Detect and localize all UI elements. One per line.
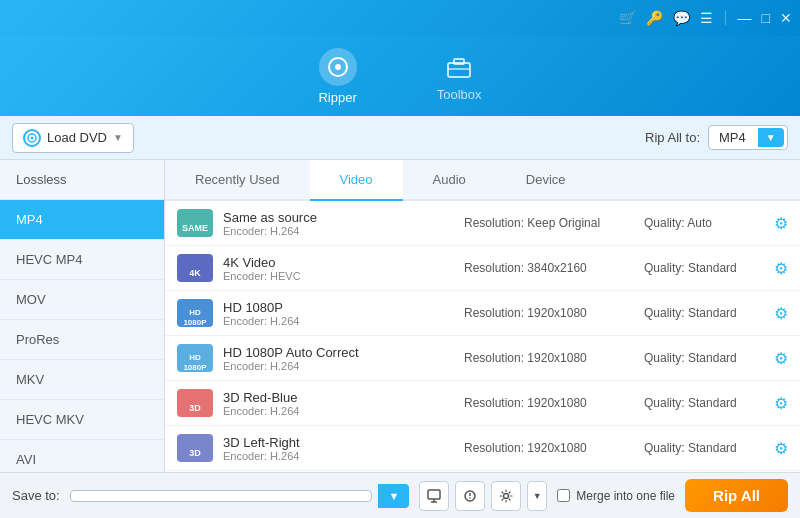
- nav-ripper-label: Ripper: [318, 90, 356, 105]
- sidebar-item-prores[interactable]: ProRes: [0, 320, 164, 360]
- format-thumb: 4K: [177, 254, 213, 282]
- format-thumb: 3D: [177, 434, 213, 462]
- format-resolution: Resolution: 1920x1080: [464, 441, 634, 455]
- sidebar-item-mp4[interactable]: MP4: [0, 200, 164, 240]
- chat-icon[interactable]: 💬: [673, 10, 690, 26]
- format-row[interactable]: 4K 4K Video Encoder: HEVC Resolution: 38…: [165, 246, 800, 291]
- format-encoder: Encoder: H.264: [223, 360, 454, 372]
- merge-checkbox-input[interactable]: [557, 489, 570, 502]
- format-thumb: HD 1080P: [177, 299, 213, 327]
- ripper-icon: [319, 48, 357, 86]
- close-icon[interactable]: ✕: [780, 10, 792, 26]
- format-row[interactable]: HD 720P HD 720P Encoder: H.264 Resolutio…: [165, 471, 800, 472]
- tabs-bar: Recently Used Video Audio Device: [165, 160, 800, 201]
- format-encoder: Encoder: H.264: [223, 225, 454, 237]
- rip-all-to-dropdown[interactable]: MP4 ▼: [708, 125, 788, 150]
- gear-icon[interactable]: ⚙: [774, 439, 788, 458]
- toolbar-icons: ▼: [419, 481, 547, 511]
- format-row[interactable]: SAME Same as source Encoder: H.264 Resol…: [165, 201, 800, 246]
- settings-icon-btn[interactable]: [491, 481, 521, 511]
- merge-checkbox-label[interactable]: Merge into one file: [557, 489, 675, 503]
- load-dvd-button[interactable]: Load DVD ▼: [12, 123, 134, 153]
- format-encoder: Encoder: H.264: [223, 315, 454, 327]
- format-row[interactable]: HD 1080P HD 1080P Auto Correct Encoder: …: [165, 336, 800, 381]
- save-to-dropdown-button[interactable]: ▼: [378, 484, 409, 508]
- format-resolution: Resolution: 3840x2160: [464, 261, 634, 275]
- format-list: SAME Same as source Encoder: H.264 Resol…: [165, 201, 800, 472]
- sidebar-item-hevc-mkv[interactable]: HEVC MKV: [0, 400, 164, 440]
- gear-icon[interactable]: ⚙: [774, 259, 788, 278]
- gear-icon[interactable]: ⚙: [774, 349, 788, 368]
- toolbar-icon-1[interactable]: [419, 481, 449, 511]
- nav-item-ripper[interactable]: Ripper: [298, 40, 376, 113]
- format-name: HD 1080P: [223, 300, 454, 315]
- toolbar-icon-2[interactable]: [455, 481, 485, 511]
- rip-all-to-label: Rip All to:: [645, 130, 700, 145]
- cart-icon[interactable]: 🛒: [619, 10, 636, 26]
- toolbox-icon: [443, 51, 475, 83]
- format-thumb: HD 1080P: [177, 344, 213, 372]
- save-to-label: Save to:: [12, 488, 60, 503]
- format-row[interactable]: 3D 3D Red-Blue Encoder: H.264 Resolution…: [165, 381, 800, 426]
- rip-all-to-section: Rip All to: MP4 ▼: [645, 125, 788, 150]
- sidebar-item-mkv[interactable]: MKV: [0, 360, 164, 400]
- gear-icon[interactable]: ⚙: [774, 394, 788, 413]
- rip-all-button[interactable]: Rip All: [685, 479, 788, 512]
- format-thumb: 3D: [177, 389, 213, 417]
- sidebar-item-avi[interactable]: AVI: [0, 440, 164, 472]
- format-info: HD 1080P Auto Correct Encoder: H.264: [223, 345, 454, 372]
- format-row[interactable]: HD 1080P HD 1080P Encoder: H.264 Resolut…: [165, 291, 800, 336]
- title-bar: 🛒 🔑 💬 ☰ — □ ✕: [0, 0, 800, 36]
- format-resolution: Resolution: 1920x1080: [464, 351, 634, 365]
- load-dvd-arrow: ▼: [113, 132, 123, 143]
- format-encoder: Encoder: H.264: [223, 450, 454, 462]
- rip-all-to-value: MP4: [719, 130, 746, 145]
- gear-icon[interactable]: ⚙: [774, 304, 788, 323]
- rip-all-dropdown-arrow: ▼: [758, 128, 784, 147]
- gear-icon[interactable]: ⚙: [774, 214, 788, 233]
- format-thumb: SAME: [177, 209, 213, 237]
- merge-label: Merge into one file: [576, 489, 675, 503]
- load-dvd-label: Load DVD: [47, 130, 107, 145]
- format-quality: Quality: Standard: [644, 306, 764, 320]
- format-info: 3D Red-Blue Encoder: H.264: [223, 390, 454, 417]
- tab-recently-used[interactable]: Recently Used: [165, 160, 310, 201]
- sidebar-item-lossless[interactable]: Lossless: [0, 160, 164, 200]
- dropdown-icon-btn[interactable]: ▼: [527, 481, 547, 511]
- tab-device[interactable]: Device: [496, 160, 596, 201]
- menu-icon[interactable]: ☰: [700, 10, 713, 26]
- main-content: Lossless MP4 HEVC MP4 MOV ProRes MKV HEV…: [0, 160, 800, 472]
- format-encoder: Encoder: HEVC: [223, 270, 454, 282]
- svg-rect-7: [428, 490, 440, 499]
- svg-point-12: [470, 497, 472, 499]
- svg-point-13: [504, 493, 509, 498]
- tab-video[interactable]: Video: [310, 160, 403, 201]
- svg-point-1: [335, 64, 341, 70]
- sidebar-item-hevc-mp4[interactable]: HEVC MP4: [0, 240, 164, 280]
- format-quality: Quality: Standard: [644, 396, 764, 410]
- format-info: 4K Video Encoder: HEVC: [223, 255, 454, 282]
- format-quality: Quality: Standard: [644, 441, 764, 455]
- sidebar: Lossless MP4 HEVC MP4 MOV ProRes MKV HEV…: [0, 160, 165, 472]
- format-name: 3D Left-Right: [223, 435, 454, 450]
- svg-rect-2: [448, 63, 470, 77]
- maximize-icon[interactable]: □: [762, 10, 770, 26]
- format-row[interactable]: 3D 3D Left-Right Encoder: H.264 Resoluti…: [165, 426, 800, 471]
- format-resolution: Resolution: 1920x1080: [464, 396, 634, 410]
- tab-audio[interactable]: Audio: [403, 160, 496, 201]
- right-panel: Recently Used Video Audio Device SAME Sa…: [165, 160, 800, 472]
- format-info: Same as source Encoder: H.264: [223, 210, 454, 237]
- toolbar: Load DVD ▼ Rip All to: MP4 ▼: [0, 116, 800, 160]
- key-icon[interactable]: 🔑: [646, 10, 663, 26]
- format-encoder: Encoder: H.264: [223, 405, 454, 417]
- dvd-icon: [23, 129, 41, 147]
- format-quality: Quality: Standard: [644, 261, 764, 275]
- sidebar-item-mov[interactable]: MOV: [0, 280, 164, 320]
- minimize-icon[interactable]: —: [738, 10, 752, 26]
- format-name: 3D Red-Blue: [223, 390, 454, 405]
- save-to-input[interactable]: [70, 490, 373, 502]
- nav-item-toolbox[interactable]: Toolbox: [417, 43, 502, 110]
- format-name: Same as source: [223, 210, 454, 225]
- nav-toolbox-label: Toolbox: [437, 87, 482, 102]
- svg-point-6: [31, 136, 34, 139]
